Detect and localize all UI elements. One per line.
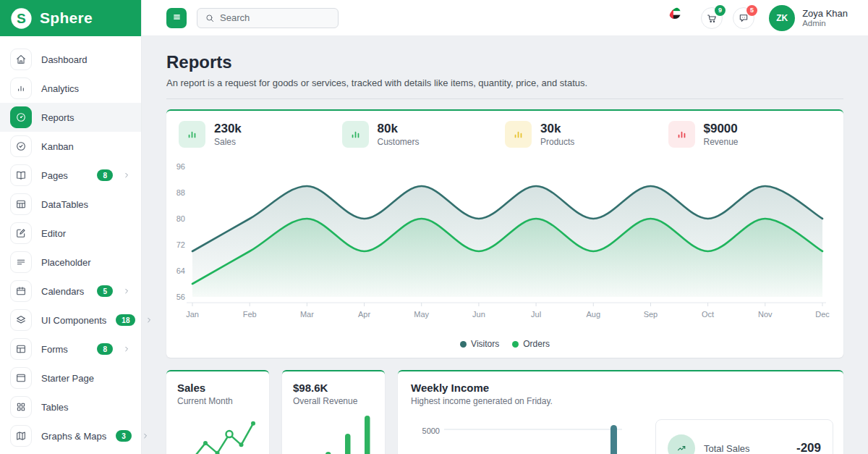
count-badge: 5 bbox=[97, 285, 113, 297]
sidebar-item-starter-page[interactable]: Starter Page bbox=[0, 363, 141, 392]
sidebar-item-reports[interactable]: Reports bbox=[0, 103, 141, 132]
weekly-income-card: Weekly Income Highest income generated o… bbox=[398, 370, 843, 454]
language-flag-button[interactable] bbox=[669, 7, 691, 29]
legend-dot-icon bbox=[512, 341, 519, 348]
sidebar-item-calendars[interactable]: Calendars 5 bbox=[0, 277, 141, 306]
search-input[interactable] bbox=[220, 12, 331, 23]
user-role: Admin bbox=[802, 19, 848, 28]
avatar: ZK bbox=[769, 5, 795, 31]
sidebar-item-label: Calendars bbox=[41, 286, 88, 297]
sales-card: Sales Current Month bbox=[166, 370, 269, 454]
revenue-card-value: $98.6K bbox=[293, 382, 374, 394]
bottom-cards-row: Sales Current Month $98.6K Overall Reven… bbox=[166, 370, 843, 454]
reports-chart-card: 230k Sales 80k Customers 30k Products $9… bbox=[166, 109, 843, 358]
cart-button[interactable]: 9 bbox=[701, 7, 723, 29]
sidebar-item-datatables[interactable]: DataTables bbox=[0, 190, 141, 219]
search-icon bbox=[205, 13, 215, 23]
svg-text:May: May bbox=[414, 310, 429, 319]
brand[interactable]: S Sphere bbox=[0, 0, 141, 36]
menu-toggle-button[interactable] bbox=[166, 8, 187, 28]
svg-text:72: 72 bbox=[176, 240, 185, 249]
stat-sales: 230k Sales bbox=[179, 121, 342, 148]
svg-text:88: 88 bbox=[176, 188, 185, 197]
revenue-card-label: Overall Revenue bbox=[293, 396, 374, 406]
grid-icon bbox=[10, 396, 32, 418]
count-badge: 8 bbox=[97, 169, 113, 181]
revenue-card: $98.6K Overall Revenue bbox=[282, 370, 385, 454]
visitors-orders-chart: 968880726456 Jan Feb Mar Apr May Jun Jul… bbox=[166, 155, 843, 333]
sidebar-item-forms[interactable]: Forms 8 bbox=[0, 335, 141, 363]
sidebar-item-placeholder[interactable]: Placeholder bbox=[0, 248, 141, 277]
divider bbox=[166, 98, 843, 99]
sidebar-item-label: Editor bbox=[41, 228, 131, 239]
stat-value: 80k bbox=[378, 122, 420, 136]
sidebar-item-label: DataTables bbox=[41, 199, 131, 210]
svg-text:S: S bbox=[17, 10, 26, 25]
user-name: Zoya Khan bbox=[802, 8, 848, 20]
brand-name: Sphere bbox=[40, 9, 93, 27]
stat-label: Sales bbox=[214, 137, 242, 147]
calendar-icon bbox=[10, 280, 32, 302]
sidebar-nav: Dashboard Analytics Reports Kanban Pages… bbox=[0, 36, 141, 454]
count-badge: 8 bbox=[97, 343, 113, 355]
sidebar-item-label: UI Components bbox=[41, 315, 106, 326]
legend-item-visitors[interactable]: Visitors bbox=[460, 339, 499, 349]
sales-line-chart bbox=[177, 412, 258, 454]
browser-icon bbox=[10, 367, 32, 389]
topbar: 9 5 ZK Zoya Khan Admin bbox=[142, 0, 868, 36]
sidebar-item-editor[interactable]: Editor bbox=[0, 219, 141, 248]
sidebar-item-label: Pages bbox=[41, 170, 88, 181]
stat-label: Products bbox=[540, 137, 574, 147]
uae-flag-icon bbox=[669, 7, 691, 29]
count-badge: 18 bbox=[116, 314, 135, 326]
stat-revenue: $9000 Revenue bbox=[668, 121, 832, 148]
page-title: Reports bbox=[166, 52, 843, 72]
table-icon bbox=[10, 193, 32, 215]
svg-text:96: 96 bbox=[176, 162, 185, 171]
analytics-icon bbox=[10, 77, 32, 99]
stat-bars-icon bbox=[342, 121, 369, 148]
sidebar-item-label: Graphs & Maps bbox=[41, 431, 106, 442]
svg-text:Dec: Dec bbox=[815, 310, 830, 319]
sidebar-item-graphs-maps[interactable]: Graphs & Maps 3 bbox=[0, 421, 141, 450]
svg-text:Oct: Oct bbox=[702, 310, 714, 319]
check-circle-icon bbox=[10, 135, 32, 157]
page-subtitle: An report is a request for goods or serv… bbox=[166, 77, 843, 88]
legend-label: Orders bbox=[523, 339, 550, 349]
sidebar-item-pages[interactable]: Pages 8 bbox=[0, 161, 141, 190]
stat-label: Revenue bbox=[704, 137, 739, 147]
home-icon bbox=[10, 49, 32, 70]
svg-text:80: 80 bbox=[176, 214, 185, 223]
svg-text:Feb: Feb bbox=[243, 310, 257, 319]
svg-text:Sep: Sep bbox=[644, 310, 658, 319]
messages-button[interactable]: 5 bbox=[733, 7, 754, 29]
stat-label: Customers bbox=[378, 137, 420, 147]
sidebar-item-analytics[interactable]: Analytics bbox=[0, 74, 141, 103]
stats-row: 230k Sales 80k Customers 30k Products $9… bbox=[166, 121, 843, 148]
sidebar-item-dashboard[interactable]: Dashboard bbox=[0, 45, 141, 74]
legend-dot-icon bbox=[460, 341, 467, 348]
svg-text:Aug: Aug bbox=[586, 310, 600, 319]
sidebar-item-kanban[interactable]: Kanban bbox=[0, 132, 141, 161]
weekly-income-subtitle: Highest income generated on Friday. bbox=[411, 396, 830, 406]
stat-value: $9000 bbox=[704, 122, 739, 136]
revenue-bar-chart bbox=[293, 412, 374, 454]
sales-card-subtitle: Current Month bbox=[177, 396, 258, 406]
main-content: Reports An report is a request for goods… bbox=[142, 36, 868, 454]
sidebar-item-label: Dashboard bbox=[41, 54, 131, 65]
svg-text:64: 64 bbox=[176, 266, 185, 275]
legend-item-orders[interactable]: Orders bbox=[512, 339, 550, 349]
chevron-right-icon bbox=[145, 316, 153, 324]
stat-value: 230k bbox=[214, 122, 242, 136]
text-lines-icon bbox=[10, 251, 32, 273]
search-box[interactable] bbox=[197, 8, 339, 28]
svg-text:Jun: Jun bbox=[472, 310, 485, 319]
total-sales-value: -209 bbox=[796, 441, 821, 454]
sidebar-item-label: Placeholder bbox=[41, 257, 131, 268]
layout-icon bbox=[10, 338, 32, 360]
user-menu[interactable]: ZK Zoya Khan Admin bbox=[769, 5, 848, 31]
edit-icon bbox=[10, 222, 32, 244]
sphere-logo-icon: S bbox=[10, 7, 33, 30]
sidebar-item-tables[interactable]: Tables bbox=[0, 392, 141, 421]
sidebar-item-ui-components[interactable]: UI Components 18 bbox=[0, 306, 141, 335]
